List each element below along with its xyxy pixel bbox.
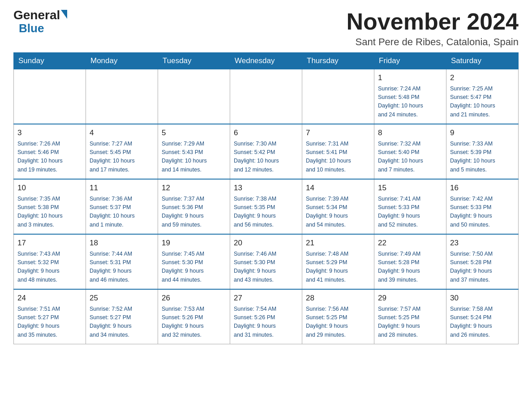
day-info: Sunrise: 7:27 AMSunset: 5:45 PMDaylight:… (90, 140, 154, 175)
calendar-week-row: 24Sunrise: 7:51 AMSunset: 5:27 PMDayligh… (14, 289, 519, 344)
day-number: 25 (90, 292, 154, 304)
calendar-cell: 30Sunrise: 7:58 AMSunset: 5:24 PMDayligh… (446, 289, 519, 344)
day-info: Sunrise: 7:29 AMSunset: 5:43 PMDaylight:… (162, 140, 226, 175)
weekday-header-wednesday: Wednesday (230, 53, 302, 69)
day-number: 18 (90, 237, 154, 249)
calendar-cell: 6Sunrise: 7:30 AMSunset: 5:42 PMDaylight… (230, 124, 302, 179)
day-info: Sunrise: 7:30 AMSunset: 5:42 PMDaylight:… (234, 140, 298, 175)
day-info: Sunrise: 7:51 AMSunset: 5:27 PMDaylight:… (17, 305, 82, 340)
calendar-cell: 17Sunrise: 7:43 AMSunset: 5:32 PMDayligh… (14, 234, 86, 289)
day-number: 6 (234, 127, 298, 139)
weekday-header-saturday: Saturday (446, 53, 519, 69)
day-number: 1 (378, 72, 442, 84)
day-info: Sunrise: 7:57 AMSunset: 5:25 PMDaylight:… (378, 305, 442, 340)
day-info: Sunrise: 7:58 AMSunset: 5:24 PMDaylight:… (450, 305, 515, 340)
day-info: Sunrise: 7:45 AMSunset: 5:30 PMDaylight:… (162, 250, 226, 285)
calendar-cell: 14Sunrise: 7:39 AMSunset: 5:34 PMDayligh… (302, 179, 374, 234)
day-info: Sunrise: 7:52 AMSunset: 5:27 PMDaylight:… (90, 305, 154, 340)
calendar-week-row: 3Sunrise: 7:26 AMSunset: 5:46 PMDaylight… (14, 124, 519, 179)
day-number: 5 (162, 127, 226, 139)
calendar-cell: 1Sunrise: 7:24 AMSunset: 5:48 PMDaylight… (374, 69, 446, 124)
day-number: 29 (378, 292, 442, 304)
day-number: 16 (450, 182, 515, 194)
calendar-table: SundayMondayTuesdayWednesdayThursdayFrid… (13, 52, 519, 344)
day-number: 20 (234, 237, 298, 249)
day-info: Sunrise: 7:33 AMSunset: 5:39 PMDaylight:… (450, 140, 515, 175)
calendar-cell: 8Sunrise: 7:32 AMSunset: 5:40 PMDaylight… (374, 124, 446, 179)
day-number: 19 (162, 237, 226, 249)
logo-triangle-icon (61, 10, 67, 19)
calendar-cell: 21Sunrise: 7:48 AMSunset: 5:29 PMDayligh… (302, 234, 374, 289)
day-number: 8 (378, 127, 442, 139)
calendar-cell: 4Sunrise: 7:27 AMSunset: 5:45 PMDaylight… (86, 124, 158, 179)
calendar-cell (302, 69, 374, 124)
day-number: 4 (90, 127, 154, 139)
day-number: 24 (17, 292, 82, 304)
day-number: 22 (378, 237, 442, 249)
calendar-cell: 27Sunrise: 7:54 AMSunset: 5:26 PMDayligh… (230, 289, 302, 344)
calendar-cell: 7Sunrise: 7:31 AMSunset: 5:41 PMDaylight… (302, 124, 374, 179)
day-info: Sunrise: 7:36 AMSunset: 5:37 PMDaylight:… (90, 195, 154, 230)
calendar-cell: 5Sunrise: 7:29 AMSunset: 5:43 PMDaylight… (158, 124, 230, 179)
month-title: November 2024 (347, 9, 519, 34)
calendar-week-row: 10Sunrise: 7:35 AMSunset: 5:38 PMDayligh… (14, 179, 519, 234)
day-info: Sunrise: 7:39 AMSunset: 5:34 PMDaylight:… (306, 195, 370, 230)
day-info: Sunrise: 7:25 AMSunset: 5:47 PMDaylight:… (450, 85, 515, 120)
day-number: 7 (306, 127, 370, 139)
day-info: Sunrise: 7:44 AMSunset: 5:31 PMDaylight:… (90, 250, 154, 285)
day-number: 23 (450, 237, 515, 249)
day-number: 14 (306, 182, 370, 194)
calendar-cell: 18Sunrise: 7:44 AMSunset: 5:31 PMDayligh… (86, 234, 158, 289)
day-info: Sunrise: 7:24 AMSunset: 5:48 PMDaylight:… (378, 85, 442, 120)
calendar-week-row: 1Sunrise: 7:24 AMSunset: 5:48 PMDaylight… (14, 69, 519, 124)
calendar-cell: 26Sunrise: 7:53 AMSunset: 5:26 PMDayligh… (158, 289, 230, 344)
weekday-header-tuesday: Tuesday (158, 53, 230, 69)
weekday-header-thursday: Thursday (302, 53, 374, 69)
day-info: Sunrise: 7:32 AMSunset: 5:40 PMDaylight:… (378, 140, 442, 175)
day-info: Sunrise: 7:56 AMSunset: 5:25 PMDaylight:… (306, 305, 370, 340)
day-number: 13 (234, 182, 298, 194)
day-info: Sunrise: 7:41 AMSunset: 5:33 PMDaylight:… (378, 195, 442, 230)
day-info: Sunrise: 7:37 AMSunset: 5:36 PMDaylight:… (162, 195, 226, 230)
day-number: 12 (162, 182, 226, 194)
calendar-cell: 28Sunrise: 7:56 AMSunset: 5:25 PMDayligh… (302, 289, 374, 344)
weekday-header-friday: Friday (374, 53, 446, 69)
day-number: 15 (378, 182, 442, 194)
day-number: 30 (450, 292, 515, 304)
calendar-week-row: 17Sunrise: 7:43 AMSunset: 5:32 PMDayligh… (14, 234, 519, 289)
day-number: 9 (450, 127, 515, 139)
calendar-cell: 19Sunrise: 7:45 AMSunset: 5:30 PMDayligh… (158, 234, 230, 289)
day-info: Sunrise: 7:38 AMSunset: 5:35 PMDaylight:… (234, 195, 298, 230)
calendar-cell: 13Sunrise: 7:38 AMSunset: 5:35 PMDayligh… (230, 179, 302, 234)
day-info: Sunrise: 7:35 AMSunset: 5:38 PMDaylight:… (17, 195, 82, 230)
day-number: 27 (234, 292, 298, 304)
weekday-header-row: SundayMondayTuesdayWednesdayThursdayFrid… (14, 53, 519, 69)
day-info: Sunrise: 7:42 AMSunset: 5:33 PMDaylight:… (450, 195, 515, 230)
day-number: 3 (17, 127, 82, 139)
weekday-header-sunday: Sunday (14, 53, 86, 69)
calendar-cell: 20Sunrise: 7:46 AMSunset: 5:30 PMDayligh… (230, 234, 302, 289)
calendar-cell: 22Sunrise: 7:49 AMSunset: 5:28 PMDayligh… (374, 234, 446, 289)
calendar-cell (230, 69, 302, 124)
day-number: 2 (450, 72, 515, 84)
weekday-header-monday: Monday (86, 53, 158, 69)
day-number: 17 (17, 237, 82, 249)
day-info: Sunrise: 7:48 AMSunset: 5:29 PMDaylight:… (306, 250, 370, 285)
day-info: Sunrise: 7:46 AMSunset: 5:30 PMDaylight:… (234, 250, 298, 285)
page-header: General Blue November 2024 Sant Pere de … (13, 9, 519, 48)
calendar-cell (158, 69, 230, 124)
logo: General Blue (13, 9, 67, 35)
day-number: 10 (17, 182, 82, 194)
calendar-cell: 15Sunrise: 7:41 AMSunset: 5:33 PMDayligh… (374, 179, 446, 234)
title-block: November 2024 Sant Pere de Ribes, Catalo… (347, 9, 519, 48)
calendar-cell (14, 69, 86, 124)
calendar-cell: 3Sunrise: 7:26 AMSunset: 5:46 PMDaylight… (14, 124, 86, 179)
calendar-cell: 24Sunrise: 7:51 AMSunset: 5:27 PMDayligh… (14, 289, 86, 344)
location-text: Sant Pere de Ribes, Catalonia, Spain (347, 36, 519, 48)
day-number: 26 (162, 292, 226, 304)
day-number: 28 (306, 292, 370, 304)
day-info: Sunrise: 7:50 AMSunset: 5:28 PMDaylight:… (450, 250, 515, 285)
calendar-cell: 25Sunrise: 7:52 AMSunset: 5:27 PMDayligh… (86, 289, 158, 344)
logo-general-text: General (13, 9, 60, 21)
day-number: 11 (90, 182, 154, 194)
